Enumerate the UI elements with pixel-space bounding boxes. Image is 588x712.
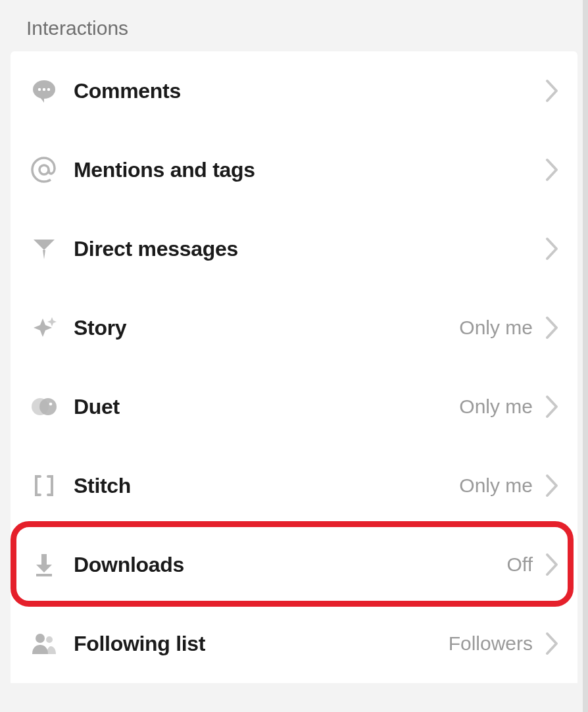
svg-point-1 (38, 88, 41, 91)
chevron-right-icon (545, 473, 559, 498)
svg-point-13 (36, 634, 45, 643)
section-header: Interactions (0, 0, 588, 51)
svg-rect-10 (41, 554, 47, 565)
svg-point-4 (39, 165, 49, 174)
mention-icon (29, 155, 59, 185)
row-value: Off (507, 553, 533, 576)
svg-point-9 (49, 403, 53, 406)
row-label: Story (74, 316, 459, 340)
interactions-panel: Comments Mentions and tags Direct messag… (11, 51, 577, 683)
download-icon (29, 549, 59, 580)
sparkle-icon (29, 313, 59, 343)
row-label: Stitch (74, 474, 459, 498)
row-direct-messages[interactable]: Direct messages (11, 209, 577, 288)
svg-point-3 (47, 88, 50, 91)
row-value: Only me (459, 395, 533, 418)
svg-point-8 (39, 398, 57, 415)
people-icon (29, 628, 59, 659)
svg-rect-12 (36, 574, 52, 576)
comment-icon (29, 76, 59, 106)
chevron-right-icon (545, 236, 559, 261)
chevron-right-icon (545, 157, 559, 182)
row-value: Followers (449, 632, 533, 655)
row-duet[interactable]: Duet Only me (11, 367, 577, 446)
svg-marker-5 (34, 240, 55, 250)
row-label: Comments (74, 79, 533, 103)
chevron-right-icon (545, 631, 559, 656)
row-label: Direct messages (74, 237, 533, 261)
row-story[interactable]: Story Only me (11, 288, 577, 367)
row-label: Duet (74, 395, 459, 419)
side-stripe (583, 0, 588, 712)
svg-marker-6 (43, 250, 45, 259)
stitch-icon (29, 470, 59, 501)
row-following-list[interactable]: Following list Followers (11, 604, 577, 683)
row-mentions[interactable]: Mentions and tags (11, 130, 577, 209)
chevron-right-icon (545, 315, 559, 340)
svg-point-14 (46, 636, 53, 643)
svg-marker-11 (36, 565, 52, 572)
row-stitch[interactable]: Stitch Only me (11, 446, 577, 525)
row-downloads[interactable]: Downloads Off (11, 525, 577, 604)
row-label: Downloads (74, 553, 507, 577)
chevron-right-icon (545, 394, 559, 419)
row-value: Only me (459, 474, 533, 497)
duet-icon (29, 392, 59, 422)
chevron-right-icon (545, 78, 559, 103)
row-label: Following list (74, 632, 449, 656)
svg-point-2 (43, 88, 45, 91)
row-label: Mentions and tags (74, 158, 533, 182)
row-comments[interactable]: Comments (11, 51, 577, 130)
send-icon (29, 234, 59, 264)
chevron-right-icon (545, 552, 559, 577)
row-value: Only me (459, 317, 533, 339)
